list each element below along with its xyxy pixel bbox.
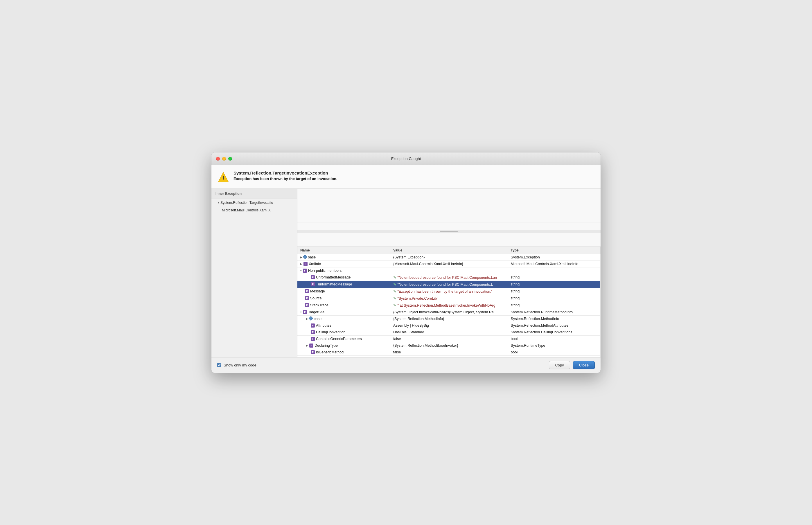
stack-trace-row — [297, 190, 601, 198]
field-icon: F — [311, 337, 315, 341]
exception-text: System.Reflection.TargetInvocationExcept… — [234, 170, 337, 181]
prop-name-text: CallingConvention — [316, 330, 345, 334]
prop-name-text: ContainsGenericParameters — [316, 337, 362, 341]
table-row[interactable]: FSource✎ "System.Private.CoreLib"string — [297, 295, 601, 302]
field-icon: F — [303, 262, 307, 266]
diamond-icon — [303, 255, 307, 259]
exception-dialog: Exception Caught ! System.Reflection.Tar… — [211, 152, 601, 373]
table-row[interactable]: FUnformattedMessage✎ "No embeddedresourc… — [297, 274, 601, 281]
field-icon: F — [303, 310, 307, 314]
table-row[interactable]: ▶base{System.Reflection.MethodInfo}Syste… — [297, 315, 601, 322]
prop-name-text: DeclaringType — [315, 344, 338, 348]
collapse-icon[interactable]: ▾ — [300, 269, 302, 272]
edit-icon: ✎ — [393, 297, 397, 301]
prop-type-cell: bool — [508, 335, 600, 342]
table-row[interactable]: FContainsGenericParametersfalsebool — [297, 335, 601, 342]
show-my-code-label[interactable]: Show only my code — [217, 363, 256, 367]
traffic-lights — [216, 157, 232, 161]
close-button[interactable]: Close — [573, 361, 595, 369]
field-icon: F — [311, 282, 315, 286]
table-row[interactable]: FMessage✎ "Exception has been thrown by … — [297, 288, 601, 295]
field-icon: F — [311, 275, 315, 279]
field-icon: F — [305, 303, 309, 307]
table-row[interactable]: ▾FTargetSite{System.Object InvokeWithNoA… — [297, 309, 601, 315]
prop-value-cell: ✎ "System.Private.CoreLib" — [390, 295, 508, 302]
prop-type-cell: string — [508, 274, 600, 281]
sidebar-item-label: System.Reflection.TargetInvocatio — [221, 201, 273, 205]
window-title: Exception Caught — [391, 156, 421, 161]
table-row[interactable]: F_unformattedMessage✎ "No embeddedresour… — [297, 281, 601, 288]
titlebar: Exception Caught — [211, 152, 601, 165]
stack-trace-row — [297, 198, 601, 206]
prop-value-cell: {System.Reflection.MethodBaseInvoker} — [390, 342, 508, 349]
prop-type-cell: System.Reflection.MethodAttributes — [508, 322, 600, 329]
prop-value-cell: ✎ " at System.Reflection.MethodBaseInvok… — [390, 302, 508, 309]
sidebar-item-target-invocation[interactable]: ▾ System.Reflection.TargetInvocatio — [211, 199, 297, 207]
prop-value-cell: {System.Object InvokeWithNoArgs(System.O… — [390, 309, 508, 315]
expand-icon[interactable]: ▶ — [306, 317, 308, 320]
expand-icon[interactable]: ▶ — [300, 262, 302, 266]
prop-name-cell: FStackTrace — [297, 302, 390, 309]
sidebar-item-maui-controls[interactable]: Microsoft.Maui.Controls.Xaml.X — [211, 207, 297, 214]
prop-value-cell: {Microsoft.Maui.Controls.Xaml.XmlLineInf… — [390, 260, 508, 267]
prop-name-cell: FAttributes — [297, 322, 390, 329]
prop-name-cell: ▶FDeclaringType — [297, 342, 390, 349]
warning-icon: ! — [217, 171, 229, 183]
scrollbar[interactable] — [297, 230, 601, 233]
minimize-window-button[interactable] — [222, 157, 226, 161]
prop-name-text: Message — [310, 289, 325, 293]
prop-name-text: _unformattedMessage — [316, 282, 352, 286]
prop-type-cell: bool — [508, 356, 600, 357]
prop-name-text: XmlInfo — [309, 262, 321, 266]
table-row[interactable]: ▾FNon-public members — [297, 267, 601, 274]
table-row[interactable]: ▶base{System.Exception}System.Exception — [297, 254, 601, 260]
table-row[interactable]: ▶FDeclaringType{System.Reflection.Method… — [297, 342, 601, 349]
prop-type-cell: string — [508, 288, 600, 295]
stack-trace-area[interactable] — [297, 189, 601, 247]
prop-value-cell: {System.Reflection.MethodInfo} — [390, 315, 508, 322]
prop-name-cell: FSource — [297, 295, 390, 302]
footer-buttons: Copy Close — [549, 361, 595, 369]
prop-type-cell: System.Reflection.RuntimeMethodInfo — [508, 309, 600, 315]
field-icon: F — [311, 357, 315, 357]
show-my-code-checkbox[interactable] — [217, 363, 221, 367]
exception-sidebar: Inner Exception ▾ System.Reflection.Targ… — [211, 189, 297, 357]
prop-name-text: IsGenericMethod — [316, 350, 344, 354]
field-icon: F — [305, 296, 309, 300]
expand-icon[interactable]: ▶ — [306, 344, 308, 347]
expand-icon[interactable]: ▶ — [300, 256, 302, 259]
prop-name-text: base — [308, 255, 316, 259]
table-row[interactable]: FIsGenericMethodfalsebool — [297, 349, 601, 356]
table-row[interactable]: ▶FXmlInfo{Microsoft.Maui.Controls.Xaml.X… — [297, 260, 601, 267]
table-row[interactable]: FCallingConventionHasThis | StandardSyst… — [297, 329, 601, 335]
edit-icon: ✎ — [393, 289, 397, 294]
prop-type-cell: System.Reflection.CallingConventions — [508, 329, 600, 335]
table-row[interactable]: FIsGenericMethodDefinitionfalsebool — [297, 356, 601, 357]
exception-message: Exception has been thrown by the target … — [234, 177, 337, 181]
prop-name-text: IsGenericMethodDefinition — [316, 357, 359, 357]
properties-area[interactable]: Name Value Type ▶base{System.Exception}S… — [297, 247, 601, 357]
prop-name-cell: FMessage — [297, 288, 390, 295]
main-content: Inner Exception ▾ System.Reflection.Targ… — [211, 189, 601, 357]
close-window-button[interactable] — [216, 157, 220, 161]
stack-trace-row — [297, 222, 601, 230]
prop-type-cell: System.RuntimeType — [508, 342, 600, 349]
exception-type: System.Reflection.TargetInvocationExcept… — [234, 170, 337, 175]
table-row[interactable]: FStackTrace✎ " at System.Reflection.Meth… — [297, 302, 601, 309]
table-row[interactable]: FAttributesAssembly | HideBySigSystem.Re… — [297, 322, 601, 329]
field-icon: F — [311, 324, 315, 328]
col-header-name: Name — [297, 247, 390, 254]
edit-icon: ✎ — [393, 303, 397, 308]
zoom-window-button[interactable] — [228, 157, 232, 161]
copy-button[interactable]: Copy — [549, 361, 570, 369]
prop-value-cell: HasThis | Standard — [390, 329, 508, 335]
prop-value-cell: Assembly | HideBySig — [390, 322, 508, 329]
stack-trace-row — [297, 214, 601, 222]
prop-name-text: TargetSite — [308, 310, 325, 314]
prop-name-text: UnformattedMessage — [316, 275, 351, 279]
prop-name-cell: FCallingConvention — [297, 329, 390, 335]
prop-type-cell: string — [508, 295, 600, 302]
exception-header: ! System.Reflection.TargetInvocationExce… — [211, 165, 601, 189]
prop-name-cell: ▾FNon-public members — [297, 267, 390, 274]
collapse-icon[interactable]: ▾ — [300, 311, 302, 314]
